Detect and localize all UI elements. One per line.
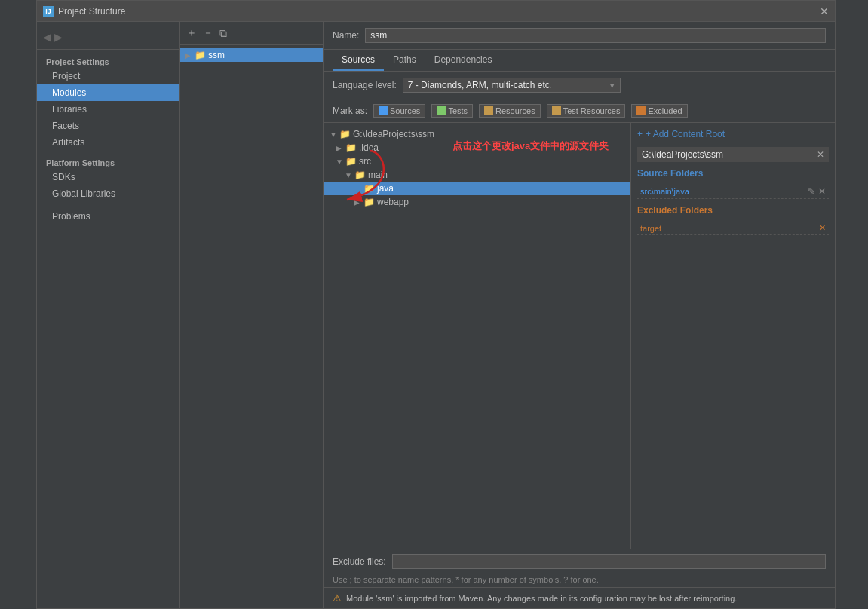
edit-source-folder-button[interactable]: ✎ xyxy=(808,186,815,197)
folder-icon-java: 📁 xyxy=(363,183,375,194)
forward-button[interactable]: ▶ xyxy=(54,31,63,43)
excluded-folder-path: target xyxy=(640,224,661,233)
module-tree: ▶ 📁 ssm xyxy=(180,45,323,608)
titlebar-left: IJ Project Structure xyxy=(43,6,125,17)
add-icon: + xyxy=(637,129,643,139)
folder-icon-main: 📁 xyxy=(354,170,366,180)
language-level-select-wrap: 7 - Diamonds, ARM, multi-catch etc. 8 - … xyxy=(403,78,621,93)
exclude-files-input[interactable] xyxy=(392,554,826,569)
mark-as-sources-button[interactable]: Sources xyxy=(373,104,425,118)
language-level-row: Language level: 7 - Diamonds, ARM, multi… xyxy=(324,72,835,99)
language-level-label: Language level: xyxy=(333,80,397,90)
sidebar-item-project[interactable]: Project xyxy=(37,68,179,84)
copy-module-button[interactable]: ⧉ xyxy=(218,26,229,41)
module-tree-item-ssm[interactable]: ▶ 📁 ssm xyxy=(180,48,323,62)
excluded-color-icon xyxy=(636,106,646,115)
test-resources-color-icon xyxy=(552,106,561,115)
tree-arrow-main: ▼ xyxy=(345,171,352,179)
back-button[interactable]: ◀ xyxy=(43,31,51,43)
module-icon: 📁 xyxy=(195,50,206,60)
warning-bar: ⚠ Module 'ssm' is imported from Maven. A… xyxy=(324,587,835,608)
close-button[interactable]: ✕ xyxy=(820,5,829,17)
window-title: Project Structure xyxy=(58,6,125,17)
right-info-panel: + + Add Content Root G:\IdeaProjects\ssm… xyxy=(631,123,835,549)
excluded-folders-title: Excluded Folders xyxy=(637,204,829,217)
tree-item-java[interactable]: 📁 java xyxy=(324,182,630,195)
sidebar-nav: ◀ ▶ xyxy=(37,28,179,50)
tree-item-src[interactable]: ▼ 📁 src xyxy=(324,155,630,168)
warning-text: Module 'ssm' is imported from Maven. Any… xyxy=(346,594,737,603)
language-level-select[interactable]: 7 - Diamonds, ARM, multi-catch etc. 8 - … xyxy=(403,78,621,93)
file-tree-panel: ▼ 📁 G:\IdeaProjects\ssm ▶ 📁 .idea ▼ 📁 xyxy=(324,123,631,549)
mark-as-resources-button[interactable]: Resources xyxy=(479,104,541,118)
tab-dependencies[interactable]: Dependencies xyxy=(425,50,501,71)
remove-excluded-folder-button[interactable]: ✕ xyxy=(819,223,826,233)
tree-item-root[interactable]: ▼ 📁 G:\IdeaProjects\ssm xyxy=(324,127,630,141)
project-structure-window: IJ Project Structure ✕ ◀ ▶ Project Setti… xyxy=(36,0,836,609)
content-root-close-button[interactable]: ✕ xyxy=(817,149,824,160)
resources-color-icon xyxy=(484,106,493,115)
right-panel: Name: Sources Paths Dependencies Languag… xyxy=(324,22,835,608)
sources-color-icon xyxy=(379,106,388,115)
remove-module-button[interactable]: － xyxy=(201,25,215,41)
name-label: Name: xyxy=(333,30,359,41)
mark-as-label: Mark as: xyxy=(333,106,367,116)
mark-as-row: Mark as: Sources Tests Resources Test Re… xyxy=(324,99,835,123)
source-folder-item: src\main\java ✎ ✕ xyxy=(637,185,829,199)
name-row: Name: xyxy=(324,22,835,50)
folder-icon-webapp: 📁 xyxy=(363,197,375,207)
app-icon: IJ xyxy=(43,6,54,17)
tab-paths[interactable]: Paths xyxy=(384,50,425,71)
titlebar: IJ Project Structure ✕ xyxy=(37,1,835,22)
folder-icon-src: 📁 xyxy=(345,156,357,167)
tree-item-webapp[interactable]: ▶ 📁 webapp xyxy=(324,195,630,209)
mark-as-test-resources-button[interactable]: Test Resources xyxy=(547,104,626,118)
tree-arrow-idea: ▶ xyxy=(336,144,343,152)
tree-item-idea[interactable]: ▶ 📁 .idea xyxy=(324,141,630,155)
main-content: ◀ ▶ Project Settings Project Modules Lib… xyxy=(37,22,835,608)
tree-arrow-webapp: ▶ xyxy=(354,198,361,207)
sidebar-item-modules[interactable]: Modules xyxy=(37,84,179,101)
sidebar-item-libraries[interactable]: Libraries xyxy=(37,101,179,118)
tree-item-main[interactable]: ▼ 📁 main xyxy=(324,168,630,182)
source-folder-path: src\main\java xyxy=(640,187,689,196)
sidebar-item-facets[interactable]: Facets xyxy=(37,118,179,134)
excluded-folder-item: target ✕ xyxy=(637,222,829,235)
warning-icon: ⚠ xyxy=(333,592,342,604)
content-root-item: G:\IdeaProjects\ssm ✕ xyxy=(637,147,829,162)
tree-arrow-src: ▼ xyxy=(336,158,343,166)
exclude-files-help: Use ; to separate name patterns, * for a… xyxy=(324,574,835,587)
tree-expand-arrow: ▶ xyxy=(185,51,192,60)
tests-color-icon xyxy=(437,106,446,115)
tabs-row: Sources Paths Dependencies xyxy=(324,50,835,72)
module-tree-panel: ＋ － ⧉ ▶ 📁 ssm xyxy=(180,22,324,608)
name-input[interactable] xyxy=(365,28,826,43)
module-toolbar: ＋ － ⧉ xyxy=(180,22,323,45)
sidebar: ◀ ▶ Project Settings Project Modules Lib… xyxy=(37,22,180,608)
platform-settings-header: Platform Settings xyxy=(37,151,179,169)
remove-source-folder-button[interactable]: ✕ xyxy=(818,186,826,197)
folder-icon-idea: 📁 xyxy=(345,142,357,153)
source-folders-title: Source Folders xyxy=(637,167,829,180)
sidebar-item-artifacts[interactable]: Artifacts xyxy=(37,134,179,151)
source-folder-actions: ✎ ✕ xyxy=(808,186,826,197)
tab-sources[interactable]: Sources xyxy=(333,50,384,71)
folder-icon-root: 📁 xyxy=(339,129,351,139)
exclude-files-row: Exclude files: xyxy=(324,549,835,574)
sidebar-item-sdks[interactable]: SDKs xyxy=(37,169,179,185)
content-root-path: G:\IdeaProjects\ssm xyxy=(642,149,723,160)
add-content-root-button[interactable]: + + Add Content Root xyxy=(637,129,829,139)
exclude-files-label: Exclude files: xyxy=(333,556,386,567)
sidebar-item-problems[interactable]: Problems xyxy=(37,208,179,225)
tree-arrow-root: ▼ xyxy=(330,130,337,139)
content-area: ▼ 📁 G:\IdeaProjects\ssm ▶ 📁 .idea ▼ 📁 xyxy=(324,123,835,549)
project-settings-header: Project Settings xyxy=(37,53,179,68)
add-module-button[interactable]: ＋ xyxy=(185,25,198,41)
mark-as-tests-button[interactable]: Tests xyxy=(431,104,473,118)
mark-as-excluded-button[interactable]: Excluded xyxy=(631,104,687,118)
sidebar-item-global-libraries[interactable]: Global Libraries xyxy=(37,185,179,202)
